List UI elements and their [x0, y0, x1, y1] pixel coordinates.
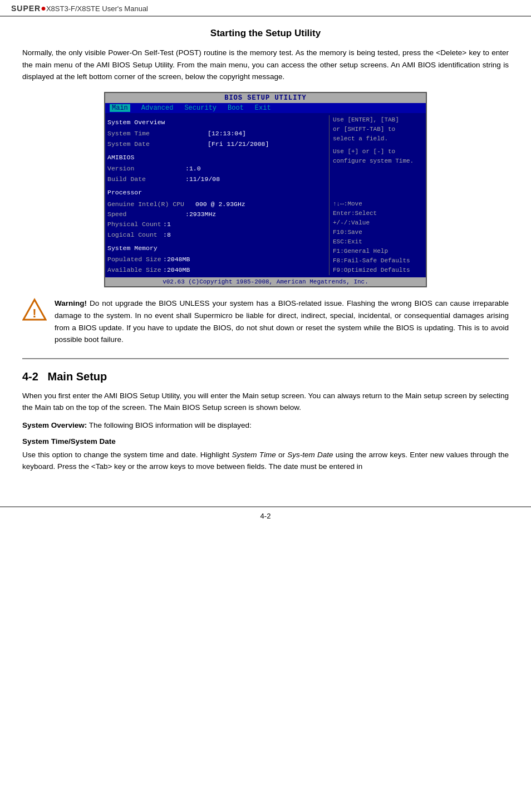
subsection-title: System Time/System Date [22, 437, 509, 446]
bios-available-label: Available Size [107, 265, 163, 275]
bios-menu-exit: Exit [255, 104, 271, 112]
bios-system-date-value: [Fri 11/21/2008] [208, 139, 269, 149]
bios-cpu-name: Genuine Intel(R) CPU [107, 199, 184, 209]
bios-nav3: +/-/:Value [333, 218, 424, 228]
overview-text: The following BIOS information will be d… [87, 421, 251, 429]
bios-nav4: F10:Save [333, 228, 424, 237]
bios-available-value: :2040MB [163, 265, 190, 275]
bios-nav2: Enter:Select [333, 209, 424, 218]
bios-help-line1: Use [ENTER], [TAB] [333, 115, 424, 125]
bios-help-line5: Use [+] or [-] to [333, 147, 424, 156]
bios-speed-value: :2933MHz [185, 209, 216, 219]
bios-nav8: F9:Optimized Defaults [333, 266, 424, 275]
subsection-italic2: Sys-tem Date [287, 451, 333, 459]
page-footer: 4-2 [0, 506, 531, 525]
bios-physical-count-label: Physical Count [107, 219, 163, 229]
bios-nav5: ESC:Exit [333, 237, 424, 247]
section-42-title: 4-2 Main Setup [22, 370, 509, 383]
bios-version-label: Version [107, 164, 163, 174]
bios-right-panel: Use [ENTER], [TAB] or [SHIFT-TAB] to sel… [329, 115, 424, 276]
bios-populated-value: :2048MB [163, 255, 190, 265]
warning-box: ! Warning! Do not upgrade the BIOS UNLES… [22, 297, 509, 345]
bios-help-line3: select a field. [333, 134, 424, 144]
bios-title-bar: BIOS SETUP UTILITY [105, 93, 426, 103]
subsection-italic1: System Time [232, 451, 276, 459]
bios-system-overview-header: System Overview [107, 118, 327, 128]
svg-text:!: ! [32, 306, 36, 320]
bios-body: System Overview System Time [12:13:04] S… [105, 113, 426, 278]
bios-logical-count-label: Logical Count [107, 230, 163, 240]
page-number: 4-2 [260, 512, 271, 520]
bios-menu-main: Main [110, 104, 130, 112]
bios-version-row: Version :1.0 [107, 164, 327, 174]
bios-help-line6: configure system Time. [333, 156, 424, 166]
bios-cpu-row: Genuine Intel(R) CPU 000 @ 2.93GHz [107, 199, 327, 209]
bios-system-time-label: System Time [107, 129, 163, 139]
bios-system-time-row: System Time [12:13:04] [107, 129, 327, 139]
bios-menu-advanced: Advanced [141, 104, 174, 112]
bios-speed-row: Speed :2933MHz [107, 209, 327, 219]
overview-label: System Overview: [22, 421, 87, 429]
subsection-or: or [276, 451, 288, 459]
bios-build-date-label: Build Date [107, 174, 163, 184]
bios-build-date-row: Build Date :11/19/08 [107, 174, 327, 184]
section-42: 4-2 Main Setup When you first enter the … [22, 358, 509, 473]
bios-memory-header: System Memory [107, 243, 327, 253]
warning-title: Warning! [55, 299, 87, 307]
bios-populated-row: Populated Size :2048MB [107, 255, 327, 265]
intro-paragraph: Normally, the only visible Power-On Self… [22, 47, 509, 83]
bios-left-panel: System Overview System Time [12:13:04] S… [107, 115, 327, 276]
section-title: Starting the Setup Utility [22, 28, 509, 39]
brand-name: SUPER [11, 4, 41, 13]
bios-cpu-freq: 000 @ 2.93GHz [195, 199, 245, 209]
bios-system-time-value: [12:13:04] [208, 129, 246, 139]
section-42-overview: System Overview: The following BIOS info… [22, 419, 509, 432]
bios-footer: v02.63 (C)Copyright 1985-2008, American … [105, 277, 426, 286]
bios-available-row: Available Size :2040MB [107, 265, 327, 275]
bios-amibios-header: AMIBIOS [107, 153, 327, 163]
section-42-para1: When you first enter the AMI BIOS Setup … [22, 390, 509, 414]
bios-menu-boot: Boot [228, 104, 244, 112]
subsection-intro: Use this option to change the system tim… [22, 451, 232, 459]
bios-system-date-row: System Date [Fri 11/21/2008] [107, 139, 327, 149]
warning-body: Do not upgrade the BIOS UNLESS your syst… [55, 299, 509, 344]
model-name: X8ST3-F/X8STE User's Manual [46, 4, 148, 13]
warning-triangle-icon: ! [22, 297, 47, 322]
bios-speed-label: Speed [107, 209, 163, 219]
bios-build-date-value: :11/19/08 [185, 174, 220, 184]
bios-screenshot: BIOS SETUP UTILITY Main Advanced Securit… [104, 92, 427, 288]
bios-nav1: ↑↓↔:Move [333, 199, 424, 209]
bios-version-value: :1.0 [185, 164, 201, 174]
bios-menu-bar: Main Advanced Security Boot Exit [105, 103, 426, 113]
page-content: Starting the Setup Utility Normally, the… [0, 17, 531, 495]
page-header: SUPER●X8ST3-F/X8STE User's Manual [0, 0, 531, 17]
subsection-text: Use this option to change the system tim… [22, 449, 509, 473]
bios-nav6: F1:General Help [333, 247, 424, 256]
bios-help-line2: or [SHIFT-TAB] to [333, 125, 424, 134]
bios-nav7: F8:Fail-Safe Defaults [333, 256, 424, 266]
bios-system-date-label: System Date [107, 139, 163, 149]
warning-text: Warning! Do not upgrade the BIOS UNLESS … [55, 297, 509, 345]
bios-logical-count-value: :8 [163, 230, 171, 240]
bios-processor-header: Processor [107, 188, 327, 198]
bios-menu-security: Security [184, 104, 217, 112]
manual-title: SUPER●X8ST3-F/X8STE User's Manual [11, 3, 148, 13]
bios-physical-count-value: :1 [163, 219, 171, 229]
bios-physical-count-row: Physical Count :1 [107, 219, 327, 229]
bios-populated-label: Populated Size [107, 255, 163, 265]
brand-dot: ● [41, 3, 46, 13]
bios-logical-count-row: Logical Count :8 [107, 230, 327, 240]
